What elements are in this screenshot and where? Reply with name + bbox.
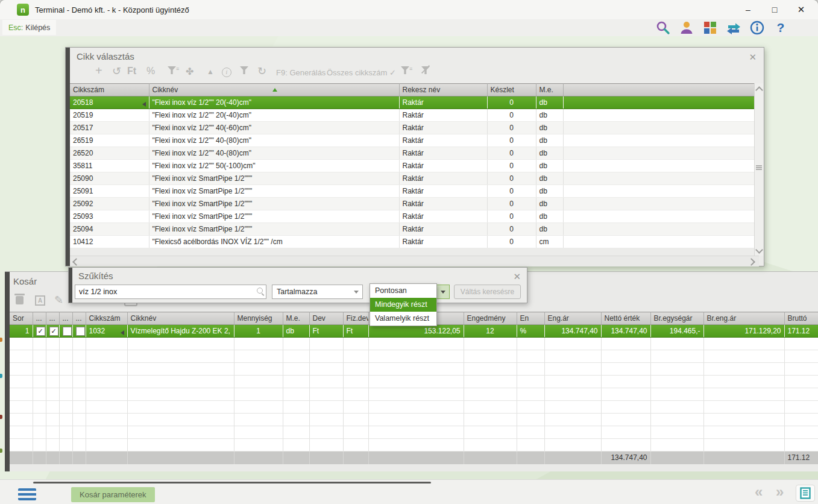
col-dev[interactable]: Dev bbox=[309, 312, 343, 325]
scroll-up-icon[interactable] bbox=[755, 86, 763, 94]
switch-search-button[interactable]: Váltás keresésre bbox=[454, 285, 521, 299]
cikk-row[interactable]: 25094"Flexi inox víz SmartPipe 1/2""" Ra… bbox=[70, 223, 754, 236]
collapse-icon[interactable]: ▲ bbox=[207, 68, 214, 76]
kosar-empty-row[interactable] bbox=[10, 439, 818, 452]
menu-hamburger-icon[interactable] bbox=[18, 488, 36, 500]
col-mennyiseg[interactable]: Mennyiség bbox=[234, 312, 283, 325]
col-cikkszam[interactable]: Cikkszám bbox=[86, 312, 127, 325]
page-prev-icon[interactable]: « bbox=[755, 484, 763, 500]
undo-icon[interactable]: ↺ bbox=[112, 65, 121, 78]
kosar-empty-row[interactable] bbox=[10, 401, 818, 414]
filter-list-icon[interactable]: ≡ bbox=[401, 66, 412, 77]
filter-list-icon[interactable]: ≡ bbox=[168, 66, 178, 77]
col-cikknev[interactable]: Cikknév bbox=[127, 312, 234, 325]
kosar-empty-row[interactable] bbox=[10, 350, 818, 363]
edit-pencil-icon[interactable]: ✎ bbox=[54, 294, 63, 307]
col-sor[interactable]: Sor bbox=[10, 312, 33, 325]
col-dots-4[interactable]: ... bbox=[72, 312, 86, 325]
osszes-cikkszam-toggle[interactable]: Összes cikkszám ✓ bbox=[327, 68, 396, 77]
cikk-row[interactable]: 26519"Flexi inox víz 1/2"" 40-(80)cm" Ra… bbox=[70, 134, 754, 147]
col-dots-1[interactable]: ... bbox=[33, 312, 46, 325]
close-button[interactable]: ✕ bbox=[789, 0, 813, 19]
checkbox[interactable] bbox=[63, 327, 72, 336]
col-dots-3[interactable]: ... bbox=[59, 312, 72, 325]
cikk-row-selected[interactable]: 20518 "Flexi inox víz 1/2"" 20(-40)cm" R… bbox=[70, 96, 754, 109]
bottom-bar: Kosár paraméterek « » bbox=[0, 479, 818, 504]
col-dots-2[interactable]: ... bbox=[46, 312, 59, 325]
checkbox[interactable] bbox=[49, 327, 58, 336]
cikk-row[interactable]: 25090"Flexi inox víz SmartPipe 1/2""" Ra… bbox=[70, 172, 754, 185]
search-input[interactable] bbox=[75, 285, 266, 299]
horizontal-scrollbar[interactable] bbox=[70, 256, 759, 266]
col-bregysegar[interactable]: Br.egységár bbox=[650, 312, 703, 325]
kosar-empty-row[interactable] bbox=[10, 376, 818, 388]
minimize-button[interactable]: – bbox=[736, 0, 760, 19]
cikk-row[interactable]: 25092"Flexi inox víz SmartPipe 1/2""" Ra… bbox=[70, 198, 754, 210]
scrollbar-thumb[interactable] bbox=[756, 165, 762, 170]
kosar-parameterek-button[interactable]: Kosár paraméterek bbox=[71, 487, 155, 502]
szukites-close-icon[interactable]: ✕ bbox=[513, 272, 521, 281]
cikk-row[interactable]: 20519"Flexi inox víz 1/2"" 20(-40)cm" Ra… bbox=[70, 109, 754, 122]
scroll-right-icon[interactable] bbox=[747, 258, 755, 266]
scroll-down-icon[interactable] bbox=[755, 246, 763, 254]
transfer-arrows-icon[interactable] bbox=[725, 20, 742, 36]
forint-icon[interactable]: Ft bbox=[127, 66, 136, 77]
cikk-row[interactable]: 10412"Flexicső acélbordás INOX VÍZ 1/2""… bbox=[70, 236, 754, 248]
kosar-empty-row[interactable] bbox=[10, 414, 818, 426]
vertical-scrollbar[interactable] bbox=[754, 83, 763, 256]
filter-clear-icon[interactable] bbox=[421, 66, 430, 77]
filter-icon[interactable] bbox=[240, 66, 248, 77]
cikk-header-row: Cikkszám Cikknév Rekesz név Készlet M.e. bbox=[70, 84, 754, 96]
document-view-icon[interactable] bbox=[796, 485, 815, 502]
cikk-row[interactable]: 25093"Flexi inox víz SmartPipe 1/2""" Ra… bbox=[70, 210, 754, 223]
col-engedmeny[interactable]: Engedmény bbox=[464, 312, 517, 325]
esc-exit-button[interactable]: Esc: Kilépés bbox=[2, 20, 56, 35]
col-me[interactable]: M.e. bbox=[283, 312, 309, 325]
checkbox[interactable] bbox=[36, 327, 45, 336]
dropdown-option[interactable]: Valamelyik részt bbox=[370, 312, 436, 326]
info-icon[interactable] bbox=[749, 20, 766, 36]
delete-all-icon[interactable]: A bbox=[35, 294, 45, 306]
esc-key-label: Esc: bbox=[8, 24, 23, 32]
col-engar[interactable]: Eng.ár bbox=[544, 312, 601, 325]
col-brutto[interactable]: Bruttó bbox=[784, 312, 818, 325]
col-keszlet[interactable]: Készlet bbox=[487, 84, 536, 96]
kosar-row-selected[interactable]: 1 1032 Vízmelegítő Hajdu Z-200 EK 2, 1 d… bbox=[10, 325, 818, 338]
kosar-empty-row[interactable] bbox=[10, 388, 818, 401]
cikk-row[interactable]: 25091"Flexi inox víz SmartPipe 1/2""" Ra… bbox=[70, 185, 754, 198]
col-cikknev[interactable]: Cikknév bbox=[149, 84, 399, 96]
help-icon[interactable]: ? bbox=[772, 20, 789, 36]
delete-icon[interactable] bbox=[16, 294, 24, 307]
col-cikkszam[interactable]: Cikkszám bbox=[70, 84, 149, 96]
cikk-row[interactable]: 26520"Flexi inox víz 1/2"" 40-(80)cm" Ra… bbox=[70, 147, 754, 160]
apps-grid-icon[interactable] bbox=[702, 20, 719, 36]
search-icon[interactable] bbox=[655, 20, 672, 36]
checkbox[interactable] bbox=[76, 327, 85, 336]
stamp-icon[interactable]: ✤ bbox=[186, 66, 193, 77]
page-next-icon[interactable]: » bbox=[776, 484, 784, 500]
col-en[interactable]: En bbox=[517, 312, 544, 325]
percent-icon[interactable]: % bbox=[146, 66, 155, 77]
maximize-button[interactable]: □ bbox=[763, 0, 787, 19]
kosar-empty-row[interactable] bbox=[10, 426, 818, 439]
info-circle-icon[interactable]: i bbox=[222, 66, 231, 77]
col-fizdev[interactable]: Fiz.dev bbox=[343, 312, 368, 325]
col-me[interactable]: M.e. bbox=[536, 84, 563, 96]
kosar-empty-row[interactable] bbox=[10, 338, 818, 350]
cikk-row[interactable]: 35811"Flexi inox víz 1/2"" 50(-100)cm" R… bbox=[70, 160, 754, 172]
dropdown-option[interactable]: Pontosan bbox=[370, 284, 436, 298]
col-netto[interactable]: Nettó érték bbox=[601, 312, 650, 325]
match-mode-select[interactable]: Tartalmazza bbox=[272, 285, 363, 299]
scroll-left-icon[interactable] bbox=[72, 258, 80, 266]
cikk-row[interactable]: 20517"Flexi inox víz 1/2"" 40(-60)cm" Ra… bbox=[70, 122, 754, 134]
col-brengar[interactable]: Br.eng.ár bbox=[703, 312, 784, 325]
refresh-icon[interactable]: ↻ bbox=[257, 65, 266, 78]
add-icon[interactable]: + bbox=[95, 64, 102, 78]
user-icon[interactable] bbox=[678, 20, 695, 36]
generate-button[interactable]: F9: Generálás bbox=[276, 68, 326, 77]
kosar-empty-row[interactable] bbox=[10, 363, 818, 376]
horizontal-scrollbar-thumb[interactable] bbox=[33, 482, 431, 484]
cikk-close-icon[interactable]: ✕ bbox=[749, 52, 757, 61]
dropdown-option-selected[interactable]: Mindegyik részt bbox=[370, 298, 436, 312]
col-rekesz[interactable]: Rekesz név bbox=[399, 84, 487, 96]
